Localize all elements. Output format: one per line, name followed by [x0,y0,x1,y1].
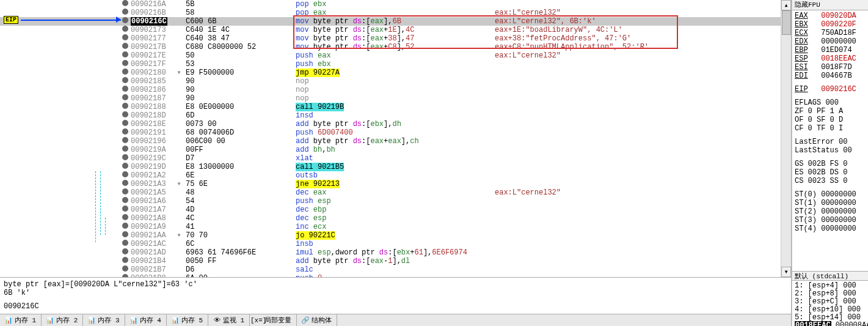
tab-4[interactable]: 📊内存 5 [167,314,208,326]
disasm-row[interactable]: 0090217E 50 push eax eax:L"cernel32" [0,51,781,60]
breakpoint-dot[interactable] [121,188,129,197]
disasm-row[interactable]: 00902185 90 nop [0,77,781,86]
disasm-row[interactable]: 00902186 90 nop [0,86,781,94]
tab-0[interactable]: 📊内存 1 [0,314,42,326]
register-row[interactable]: EAX 009020DA [795,12,868,20]
breakpoint-dot[interactable] [121,17,129,26]
vertical-scrollbar[interactable]: ▴ ▾ [781,0,791,277]
tab-5[interactable]: 👁监视 1 [208,314,250,326]
dump-tabs[interactable]: 📊内存 1📊内存 2📊内存 3📊内存 4📊内存 5👁监视 1[x=]局部变量🔗结… [0,314,791,326]
breakpoint-dot[interactable] [121,77,129,86]
disasm-row[interactable]: 009021A9 41 inc ecx [0,223,781,231]
disassembly-view[interactable]: EIP 0090216A 5B pop ebx 0090216B 58 pop … [0,0,781,277]
breakpoint-dot[interactable] [121,231,129,240]
disasm-row[interactable]: 00902177 C640 38 47 mov byte ptr ds:[eax… [0,34,781,43]
tab-1[interactable]: 📊内存 2 [42,314,83,326]
breakpoint-dot[interactable] [121,0,129,9]
breakpoint-dot[interactable] [121,26,129,34]
disasm-row[interactable]: 0090218E 0073 00 add byte ptr ds:[ebx],d… [0,120,781,128]
register-row[interactable]: EBP 01ED074 [795,46,868,54]
breakpoint-dot[interactable] [121,51,129,60]
disasm-row[interactable]: 0090218D 6D insd [0,111,781,120]
disasm-row[interactable]: 009021AD 6963 61 74696F6E imul esp,dword… [0,248,781,257]
disasm-row[interactable]: 00902187 90 nop [0,94,781,103]
disasm-row[interactable]: 0090217F 53 push ebx [0,60,781,69]
breakpoint-dot[interactable] [121,248,129,257]
breakpoint-dot[interactable] [121,128,129,137]
breakpoint-dot[interactable] [121,9,129,17]
breakpoint-dot[interactable] [121,240,129,248]
register-row[interactable]: EDX 00000000 [795,37,868,46]
register-row[interactable]: ECX 750AD18F [795,29,868,37]
register-row[interactable]: EDI 004667B [795,72,868,80]
breakpoint-dot[interactable] [121,146,129,154]
breakpoint-dot[interactable] [121,265,129,274]
tab-2[interactable]: 📊内存 3 [83,314,125,326]
hide-fpu-button[interactable]: 隐藏FPU [792,0,868,10]
registers-view[interactable]: EAX 009020DAEBX 0090220FECX 750AD18FEDX … [792,10,868,271]
disasm-row[interactable]: 0090219A 00FF add bh,bh [0,146,781,154]
disasm-row[interactable]: 009021B4 0050 FF add byte ptr ds:[eax-1]… [0,257,781,265]
breakpoint-dot[interactable] [121,171,129,180]
scroll-down-button[interactable]: ▾ [781,267,791,277]
info-line-3: 0090216C [4,302,787,311]
breakpoint-dot[interactable] [121,257,129,265]
disasm-row[interactable]: 0090219C D7 xlat [0,154,781,163]
tab-icon: 📊 [130,317,137,324]
disasm-row[interactable]: 009021AC 6C insb [0,240,781,248]
disasm-row[interactable]: 009021A3 ▾ 75 6E jne 902213 [0,180,781,188]
breakpoint-dot[interactable] [121,180,129,188]
st-row: ST(1) 00000000 [795,199,868,207]
st-row: ST(4) 00000000 [795,224,868,233]
breakpoint-dot[interactable] [121,120,129,128]
breakpoint-dot[interactable] [121,103,129,111]
breakpoint-dot[interactable] [121,60,129,69]
disasm-row[interactable]: 009021A2 6E outsb [0,171,781,180]
disasm-row[interactable]: 009021A5 48 dec eax eax:L"cernel32" [0,188,781,197]
disasm-row[interactable]: 009021AA ▾ 70 70 jo 90221C [0,231,781,240]
breakpoint-dot[interactable] [121,274,129,277]
register-row[interactable]: ESP 0018EEAC [795,54,868,63]
disasm-row[interactable]: 00902191 68 0074006D push 6D007400 [0,128,781,137]
flags-row: OF 0 SF 0 D [795,116,868,124]
tab-icon: 📊 [46,317,54,324]
breakpoint-dot[interactable] [121,223,129,231]
tab-7[interactable]: 🔗结构体 [297,314,337,326]
register-eip[interactable]: EIP 0090216C [795,85,868,94]
tab-6[interactable]: [x=]局部变量 [250,314,297,326]
breakpoint-dot[interactable] [121,69,129,77]
scroll-thumb-v[interactable] [782,10,791,35]
disasm-row[interactable]: 0090217B C680 C8000000 52 mov byte ptr d… [0,43,781,51]
disasm-row[interactable]: 0090219D E8 13000000 call 9021B5 [0,163,781,171]
register-row[interactable]: ESI 0018F7D [795,63,868,72]
breakpoint-dot[interactable] [121,86,129,94]
disasm-row[interactable]: 00902173 C640 1E 4C mov byte ptr ds:[eax… [0,26,781,34]
stack-view[interactable]: 1: [esp+4] 0002: [esp+8] 0003: [esp+C] 0… [792,280,868,326]
disasm-row[interactable]: 00902180 ▾ E9 F5000000 jmp 90227A [0,69,781,77]
calling-convention[interactable]: 默认 (stdcall) [792,271,868,280]
disasm-row[interactable]: 00902188 E8 0E000000 call 90219B [0,103,781,111]
disasm-row[interactable]: 009021B7 D6 salc [0,265,781,274]
st-row: ST(2) 00000000 [795,207,868,216]
breakpoint-dot[interactable] [121,111,129,120]
breakpoint-dot[interactable] [121,34,129,43]
disasm-row[interactable]: 0090216A 5B pop ebx [0,0,781,9]
breakpoint-dot[interactable] [121,197,129,206]
info-line-2: 6B 'k' [4,289,787,297]
breakpoint-dot[interactable] [121,43,129,51]
seg-row: CS 0023 SS 0 [795,177,868,185]
register-row[interactable]: EBX 0090220F [795,20,868,29]
breakpoint-dot[interactable] [121,163,129,171]
tab-3[interactable]: 📊内存 4 [125,314,167,326]
breakpoint-dot[interactable] [121,214,129,223]
disasm-row[interactable]: 009021A7 4D dec ebp [0,206,781,214]
breakpoint-dot[interactable] [121,94,129,103]
breakpoint-dot[interactable] [121,206,129,214]
breakpoint-dot[interactable] [121,137,129,146]
disasm-row[interactable]: 009021A6 54 push esp [0,197,781,206]
disasm-row[interactable]: 009021A8 4C dec esp [0,214,781,223]
breakpoint-dot[interactable] [121,154,129,163]
scroll-up-button[interactable]: ▴ [781,0,791,10]
disasm-row[interactable]: 009021B8 6A 00 push 0 [0,274,781,277]
disasm-row[interactable]: 00902196 006C00 00 add byte ptr ds:[eax+… [0,137,781,146]
